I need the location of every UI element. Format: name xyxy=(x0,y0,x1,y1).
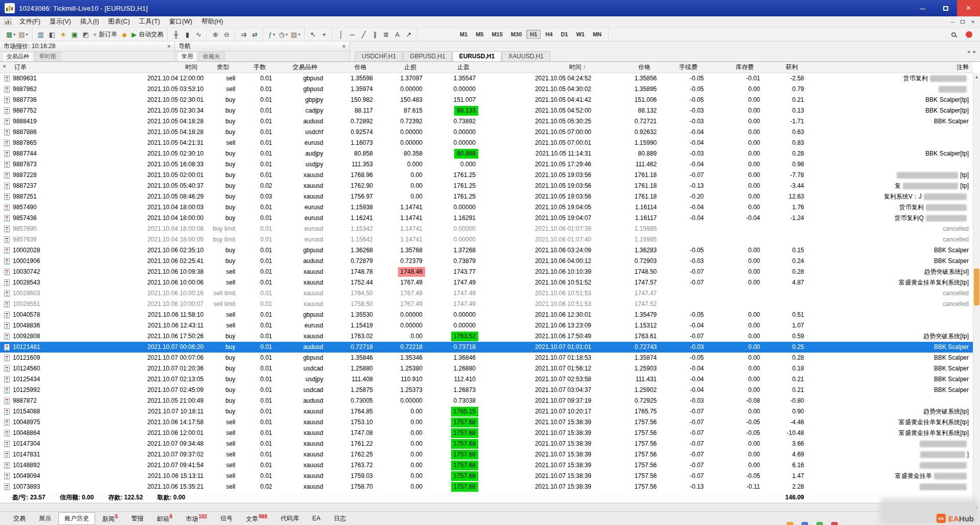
history-row[interactable]: 98576902021.10.04 18:00:08buy limit0.01e… xyxy=(0,224,973,234)
bottom-tab-articles[interactable]: 文章988 xyxy=(240,512,274,525)
navigator-tab-favorites[interactable]: 收藏夹 xyxy=(198,52,225,61)
history-row[interactable]: 98877522021.10.05 02:30:34buy0.01cadjpy8… xyxy=(0,105,973,116)
data-window-icon[interactable]: ◧ xyxy=(47,29,58,40)
market-watch-tab-tick-chart[interactable]: 即时图 xyxy=(35,52,61,61)
menu-tools[interactable]: 工具(T) xyxy=(135,16,165,27)
strategy-tester-icon[interactable]: ◩ xyxy=(80,29,92,40)
market-watch-close-icon[interactable]: × xyxy=(167,43,171,50)
bottom-tab-mailbox[interactable]: 邮箱8 xyxy=(151,512,179,525)
terminal-icon[interactable]: ▣ xyxy=(69,29,80,40)
history-row[interactable]: 98574362021.10.04 18:00:00buy0.01eurusd1… xyxy=(0,213,973,224)
bottom-tab-alerts[interactable]: 警报 xyxy=(125,512,150,525)
column-header-price2[interactable]: 价格 xyxy=(595,63,661,72)
history-row[interactable]: 101473042021.10.07 09:34:48sell0.01xauus… xyxy=(0,439,973,449)
history-row[interactable]: 101214812021.10.07 00:06:20buy0.01audusd… xyxy=(0,342,973,353)
column-header-sl[interactable]: 止损 xyxy=(377,63,427,72)
crosshair-icon[interactable]: + xyxy=(319,29,330,40)
history-row[interactable]: 101488922021.10.07 09:41:54sell0.01xauus… xyxy=(0,460,973,471)
history-row[interactable]: 100285512021.10.06 10:00:07sell limit0.0… xyxy=(0,299,973,310)
child-restore-icon[interactable] xyxy=(961,20,965,24)
menu-help[interactable]: 帮助(H) xyxy=(197,16,228,27)
navigator-close-icon[interactable]: × xyxy=(342,43,346,50)
history-row[interactable]: 100020282021.10.06 02:35:10buy0.01gbpusd… xyxy=(0,245,973,256)
timeframe-h1-button[interactable]: H1 xyxy=(526,30,541,39)
horizontal-scrollbar[interactable] xyxy=(0,503,973,511)
menu-file[interactable]: 文件(F) xyxy=(15,16,45,27)
navigator-tab-common[interactable]: 常用 xyxy=(177,52,197,61)
history-row[interactable]: 100405782021.10.06 11:58:10sell0.01gbpus… xyxy=(0,310,973,320)
timeframe-d1-button[interactable]: D1 xyxy=(557,30,571,39)
bottom-tab-exposure[interactable]: 展示 xyxy=(33,512,57,525)
profiles-icon[interactable]: ▤▾ xyxy=(17,29,29,40)
history-row[interactable]: 98872372021.10.05 05:40:37buy0.02xauusd1… xyxy=(0,181,973,191)
notification-icon[interactable] xyxy=(959,29,974,40)
equidistant-channel-icon[interactable]: ∥ xyxy=(369,29,381,40)
scroll-up-icon[interactable]: ▲ xyxy=(973,73,980,80)
column-header-time[interactable]: 时间 xyxy=(80,63,208,72)
history-row[interactable]: 101245602021.10.07 01:20:36buy0.01usdcad… xyxy=(0,363,973,374)
indicators-icon[interactable]: ƒ▾ xyxy=(266,29,277,40)
arrows-tool-icon[interactable]: ↗ xyxy=(403,29,414,40)
bottom-tab-journal[interactable]: 日志 xyxy=(328,512,352,525)
vertical-line-icon[interactable]: │ xyxy=(336,29,347,40)
bar-chart-icon[interactable]: ╫ xyxy=(170,29,182,40)
bottom-tab-experts[interactable]: EA xyxy=(306,513,327,524)
chart-shift-icon[interactable]: ⇄ xyxy=(249,29,260,40)
chart-tab-eurusd-h1[interactable]: EURUSD,H1 xyxy=(453,51,501,61)
autotrading-button[interactable]: ▶自动交易 xyxy=(130,29,165,40)
trendline-icon[interactable]: ╱ xyxy=(358,29,369,40)
timeframe-m1-button[interactable]: M1 xyxy=(456,30,471,39)
chart-tab-usdchf-h1[interactable]: USDCHF,H1 xyxy=(355,51,403,61)
bottom-tab-market[interactable]: 市场102 xyxy=(180,512,213,525)
menu-insert[interactable]: 插入(I) xyxy=(76,16,104,27)
history-row[interactable]: 98878862021.10.05 04:18:28buy0.01usdchf0… xyxy=(0,127,973,138)
timeframe-w1-button[interactable]: W1 xyxy=(572,30,588,39)
navigator-icon[interactable]: ★ xyxy=(58,29,69,40)
history-row[interactable]: 100490942021.10.06 15:13:11sell0.01xauus… xyxy=(0,471,973,482)
auto-scroll-icon[interactable]: ⇉ xyxy=(238,29,249,40)
column-header-time2[interactable]: 时间 / xyxy=(480,63,595,72)
history-row[interactable]: 98877362021.10.05 02:30:01buy0.01gbpjpy1… xyxy=(0,95,973,105)
candlestick-chart-icon[interactable]: ▮ xyxy=(182,29,193,40)
market-watch-tab-symbols[interactable]: 交易品种 xyxy=(2,52,34,61)
timeframe-mn-button[interactable]: MN xyxy=(589,30,605,39)
timeframe-m5-button[interactable]: M5 xyxy=(472,30,487,39)
periods-icon[interactable]: ◷▾ xyxy=(277,29,289,40)
templates-icon[interactable]: ▧▾ xyxy=(289,29,302,40)
text-label-icon[interactable]: A xyxy=(392,29,403,40)
menu-view[interactable]: 显示(V) xyxy=(45,16,76,27)
bottom-tab-news[interactable]: 新闻5 xyxy=(96,512,124,525)
market-watch-icon[interactable]: ▥ xyxy=(35,29,47,40)
timeframe-m30-button[interactable]: M30 xyxy=(507,30,525,39)
history-row[interactable]: 100307422021.10.06 10:09:38sell0.01xauus… xyxy=(0,267,973,277)
history-row[interactable]: 98096312021.10.04 12:00:00sell0.01gbpusd… xyxy=(0,73,973,84)
history-row[interactable]: 101540882021.10.07 10:18:11buy0.01xauusd… xyxy=(0,406,973,417)
chart-tab-xauusd-h1[interactable]: XAUUSD,H1 xyxy=(502,51,550,61)
history-row[interactable]: 98884192021.10.05 04:18:28buy0.01audusd0… xyxy=(0,116,973,127)
history-row[interactable]: 100286032021.10.06 10:00:16sell limit0.0… xyxy=(0,288,973,299)
history-row[interactable]: 98877442021.10.05 02:30:10buy0.01audjpy8… xyxy=(0,148,973,159)
column-header-symbol[interactable]: 交易品种 xyxy=(276,63,327,72)
history-row[interactable]: 98576392021.10.04 18:00:05buy limit0.01e… xyxy=(0,234,973,245)
chart-tabs-scroll-left-icon[interactable]: ◂ xyxy=(967,49,970,54)
column-header-profit[interactable]: 获利 xyxy=(764,63,808,72)
history-row[interactable]: 101259922021.10.07 02:45:09buy0.01usdcad… xyxy=(0,385,973,396)
history-row[interactable]: 101254342021.10.07 02:13:05buy0.01usdjpy… xyxy=(0,374,973,385)
history-row[interactable]: 101216092021.10.07 00:07:06buy0.01gbpusd… xyxy=(0,353,973,363)
child-minimize-icon[interactable]: ─ xyxy=(951,19,955,25)
timeframe-m15-button[interactable]: M15 xyxy=(488,30,506,39)
column-header-type[interactable]: 类型 xyxy=(208,63,239,72)
chart-tabs-scroll-right-icon[interactable]: ▸ xyxy=(973,49,976,54)
timeframe-h4-button[interactable]: H4 xyxy=(542,30,556,39)
search-icon[interactable] xyxy=(948,29,959,40)
column-header-price[interactable]: 价格 xyxy=(327,63,377,72)
history-row[interactable]: 98878732021.10.05 16:08:33buy0.01usdjpy1… xyxy=(0,159,973,170)
history-row[interactable]: 101478312021.10.07 09:37:02sell0.01xauus… xyxy=(0,449,973,460)
terminal-close-icon[interactable]: × xyxy=(3,63,6,70)
column-header-tp[interactable]: 止盈 xyxy=(427,63,480,72)
column-header-order[interactable]: 订单 xyxy=(3,63,80,72)
menu-charts[interactable]: 图表(C) xyxy=(103,16,134,27)
bottom-tab-trade[interactable]: 交易 xyxy=(7,512,32,525)
history-row[interactable]: 98878652021.10.05 04:21:31sell0.01eurusd… xyxy=(0,138,973,148)
history-row[interactable]: 98878722021.10.05 21:00:49buy0.01audusd0… xyxy=(0,396,973,406)
